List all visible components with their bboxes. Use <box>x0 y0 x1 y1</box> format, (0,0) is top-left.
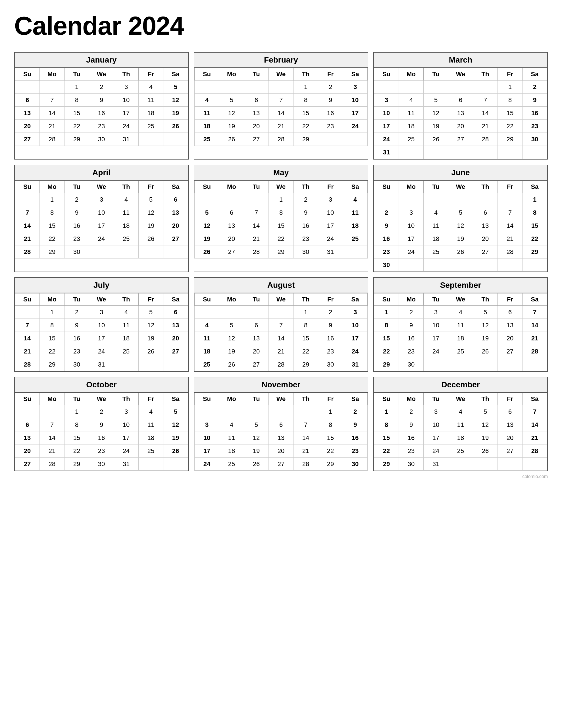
day-cell: 15 <box>40 332 65 345</box>
day-cell: 1 <box>374 405 399 418</box>
week-row: 12 <box>195 405 368 418</box>
day-cell: 31 <box>343 358 368 371</box>
week-row: 293031 <box>374 458 547 471</box>
day-cell: 20 <box>244 120 269 133</box>
day-cell: 19 <box>473 332 498 345</box>
week-row: 2345678 <box>374 206 547 219</box>
day-cell: 4 <box>399 94 424 107</box>
day-cell: 24 <box>114 444 139 458</box>
week-row: 11121314151617 <box>195 107 368 120</box>
day-cell: 27 <box>498 444 522 458</box>
day-header-fr: Fr <box>498 181 522 193</box>
day-cell: 25 <box>114 232 139 245</box>
day-cell: 18 <box>343 219 368 232</box>
day-cell: 7 <box>269 94 293 107</box>
day-header-tu: Tu <box>424 181 448 193</box>
day-cell <box>424 146 448 159</box>
day-cell: 4 <box>139 80 163 94</box>
week-row: 11121314151617 <box>195 332 368 345</box>
day-cell: 17 <box>89 219 114 232</box>
week-row: 30 <box>374 258 547 272</box>
day-cell: 2 <box>522 80 547 94</box>
day-cell: 13 <box>448 107 473 120</box>
day-cell: 9 <box>399 319 424 332</box>
day-cell <box>522 258 547 272</box>
day-cell: 1 <box>65 80 89 94</box>
day-cell <box>219 80 244 94</box>
day-cell: 31 <box>374 146 399 159</box>
day-cell <box>195 80 219 94</box>
day-cell: 23 <box>318 120 343 133</box>
day-header-su: Su <box>195 68 219 80</box>
day-cell: 6 <box>163 306 188 319</box>
day-cell: 5 <box>424 94 448 107</box>
day-cell <box>473 458 498 471</box>
day-cell: 30 <box>318 358 343 371</box>
day-cell: 19 <box>219 345 244 358</box>
day-header-th: Th <box>473 68 498 80</box>
day-cell: 1 <box>522 193 547 206</box>
month-december: DecemberSuMoTuWeThFrSa123456789101112131… <box>373 377 548 471</box>
week-row: 45678910 <box>195 94 368 107</box>
day-cell: 28 <box>40 133 65 146</box>
month-title: September <box>374 278 547 293</box>
day-cell: 17 <box>424 332 448 345</box>
day-cell: 11 <box>195 332 219 345</box>
day-cell: 26 <box>163 444 188 458</box>
day-cell: 3 <box>89 193 114 206</box>
day-cell: 23 <box>374 245 399 258</box>
day-cell: 21 <box>40 444 65 458</box>
week-row: 567891011 <box>195 206 368 219</box>
day-cell: 1 <box>318 405 343 418</box>
day-cell: 18 <box>139 431 163 444</box>
day-header-we: We <box>269 293 293 306</box>
day-header-mo: Mo <box>399 393 424 405</box>
day-cell <box>448 358 473 371</box>
day-cell: 19 <box>424 120 448 133</box>
day-cell: 7 <box>498 206 522 219</box>
day-cell: 4 <box>448 306 473 319</box>
week-row: 22232425262728 <box>374 345 547 358</box>
day-cell: 21 <box>473 120 498 133</box>
day-cell: 28 <box>269 133 293 146</box>
month-title: October <box>15 377 188 393</box>
week-row: 1234567 <box>374 405 547 418</box>
day-cell: 6 <box>244 319 269 332</box>
day-cell: 10 <box>399 219 424 232</box>
day-cell: 30 <box>522 133 547 146</box>
day-cell: 2 <box>318 80 343 94</box>
day-header-sa: Sa <box>343 293 368 306</box>
day-cell: 6 <box>269 418 293 431</box>
day-cell: 6 <box>244 94 269 107</box>
day-header-mo: Mo <box>399 181 424 193</box>
day-cell: 3 <box>114 80 139 94</box>
day-cell: 9 <box>399 418 424 431</box>
day-cell: 11 <box>139 94 163 107</box>
day-cell: 20 <box>448 120 473 133</box>
day-cell: 4 <box>219 418 244 431</box>
day-cell: 8 <box>293 319 318 332</box>
day-cell: 29 <box>374 358 399 371</box>
day-header-fr: Fr <box>318 393 343 405</box>
day-cell: 8 <box>40 319 65 332</box>
day-cell <box>163 245 188 258</box>
day-cell: 16 <box>399 431 424 444</box>
day-cell: 26 <box>473 345 498 358</box>
day-cell <box>269 306 293 319</box>
day-header-mo: Mo <box>219 68 244 80</box>
day-cell: 11 <box>195 107 219 120</box>
day-cell: 11 <box>399 107 424 120</box>
day-cell: 26 <box>139 345 163 358</box>
day-cell: 7 <box>473 94 498 107</box>
day-cell: 12 <box>163 418 188 431</box>
day-cell <box>498 258 522 272</box>
day-cell: 25 <box>343 232 368 245</box>
day-cell: 27 <box>219 245 244 258</box>
day-cell <box>448 258 473 272</box>
day-cell: 28 <box>244 245 269 258</box>
month-april: AprilSuMoTuWeThFrSa123456789101112131415… <box>14 165 189 272</box>
day-cell: 26 <box>139 232 163 245</box>
day-cell: 30 <box>399 358 424 371</box>
day-header-su: Su <box>195 393 219 405</box>
day-cell: 20 <box>163 219 188 232</box>
